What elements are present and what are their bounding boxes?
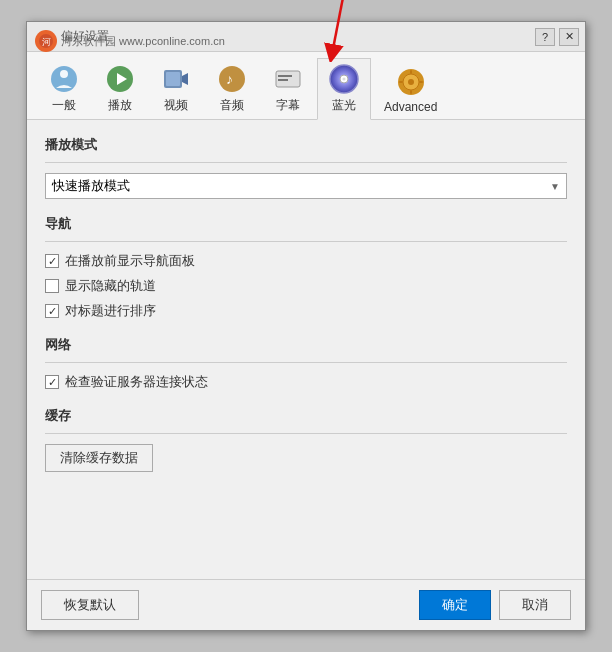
tab-general[interactable]: 一般	[37, 58, 91, 119]
tab-playback[interactable]: 播放	[93, 58, 147, 119]
tab-bluray-label: 蓝光	[332, 97, 356, 114]
dropdown-row: 快速播放模式 ▼	[45, 173, 567, 199]
checkbox-row-show-hidden: 显示隐藏的轨道	[45, 277, 567, 295]
tab-video-label: 视频	[164, 97, 188, 114]
checkbox-row-show-nav: 在播放前显示导航面板	[45, 252, 567, 270]
network-section: 网络 检查验证服务器连接状态	[45, 336, 567, 391]
play-icon	[104, 63, 136, 95]
svg-marker-7	[182, 73, 188, 85]
svg-rect-23	[419, 81, 423, 83]
svg-point-16	[343, 78, 346, 81]
tab-video[interactable]: 视频	[149, 58, 203, 119]
restore-defaults-button[interactable]: 恢复默认	[41, 590, 139, 620]
bluray-icon	[328, 63, 360, 95]
tab-audio[interactable]: ♪ 音频	[205, 58, 259, 119]
window-title: 偏好设置	[61, 28, 109, 45]
checkbox-show-hidden[interactable]	[45, 279, 59, 293]
svg-rect-13	[278, 79, 288, 81]
navigation-section: 导航 在播放前显示导航面板 显示隐藏的轨道 对标题进行排序	[45, 215, 567, 320]
checkbox-check-server-label: 检查验证服务器连接状态	[65, 373, 208, 391]
dropdown-arrow-icon: ▼	[550, 181, 560, 192]
svg-text:♪: ♪	[226, 72, 233, 87]
tab-playback-label: 播放	[108, 97, 132, 114]
title-bar: 偏好设置 ? ✕	[27, 22, 585, 52]
close-button[interactable]: ✕	[559, 28, 579, 46]
svg-rect-21	[410, 90, 412, 94]
svg-rect-12	[278, 75, 292, 77]
checkbox-check-server[interactable]	[45, 375, 59, 389]
tab-bluray[interactable]: 蓝光	[317, 58, 371, 120]
network-title: 网络	[45, 336, 567, 354]
checkbox-show-nav[interactable]	[45, 254, 59, 268]
preferences-window: 河 河东软件园 www.pconline.com.cn 偏好设置 ? ✕ 一般	[26, 21, 586, 631]
tab-general-label: 一般	[52, 97, 76, 114]
clear-cache-button[interactable]: 清除缓存数据	[45, 444, 153, 472]
checkbox-show-nav-label: 在播放前显示导航面板	[65, 252, 195, 270]
advanced-icon	[395, 66, 427, 98]
checkbox-row-check-server: 检查验证服务器连接状态	[45, 373, 567, 391]
svg-rect-8	[166, 72, 180, 86]
cache-section: 缓存 清除缓存数据	[45, 407, 567, 472]
tab-audio-label: 音频	[220, 97, 244, 114]
svg-point-3	[60, 70, 68, 78]
svg-rect-20	[410, 70, 412, 74]
navigation-title: 导航	[45, 215, 567, 233]
video-icon	[160, 63, 192, 95]
audio-icon: ♪	[216, 63, 248, 95]
tab-advanced[interactable]: Advanced	[373, 61, 448, 119]
title-bar-buttons: ? ✕	[535, 28, 579, 46]
tab-subtitle[interactable]: 字幕	[261, 58, 315, 119]
subtitle-icon	[272, 63, 304, 95]
content-area: 播放模式 快速播放模式 ▼ 导航 在播放前显示导航面板 显示隐藏的轨道	[27, 120, 585, 579]
checkbox-row-sort-titles: 对标题进行排序	[45, 302, 567, 320]
checkbox-show-hidden-label: 显示隐藏的轨道	[65, 277, 156, 295]
footer: 恢复默认 确定 取消	[27, 579, 585, 630]
ok-button[interactable]: 确定	[419, 590, 491, 620]
svg-point-19	[408, 79, 414, 85]
cancel-button[interactable]: 取消	[499, 590, 571, 620]
tab-advanced-label: Advanced	[384, 100, 437, 114]
tab-subtitle-label: 字幕	[276, 97, 300, 114]
help-button[interactable]: ?	[535, 28, 555, 46]
checkbox-sort-titles[interactable]	[45, 304, 59, 318]
playback-mode-section: 播放模式 快速播放模式 ▼	[45, 136, 567, 199]
general-icon	[48, 63, 80, 95]
divider-navigation	[45, 241, 567, 242]
svg-point-2	[51, 66, 77, 92]
divider-cache	[45, 433, 567, 434]
cache-title: 缓存	[45, 407, 567, 425]
footer-right-buttons: 确定 取消	[419, 590, 571, 620]
divider-playback	[45, 162, 567, 163]
divider-network	[45, 362, 567, 363]
playback-mode-dropdown[interactable]: 快速播放模式 ▼	[45, 173, 567, 199]
tabs-bar: 一般 播放 视频	[27, 52, 585, 120]
svg-rect-22	[399, 81, 403, 83]
dropdown-value: 快速播放模式	[52, 177, 130, 195]
checkbox-sort-titles-label: 对标题进行排序	[65, 302, 156, 320]
playback-mode-title: 播放模式	[45, 136, 567, 154]
